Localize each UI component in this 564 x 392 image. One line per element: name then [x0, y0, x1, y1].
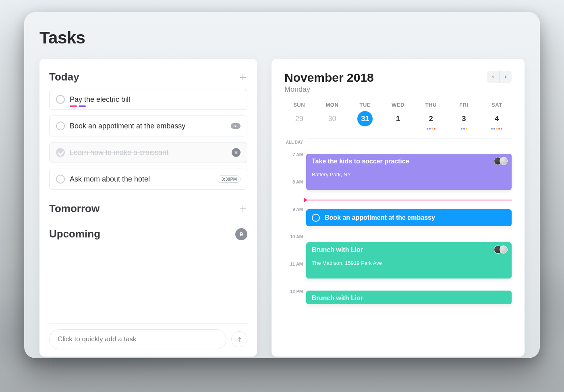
- calendar-event[interactable]: Brunch with Lior: [306, 291, 512, 304]
- event-title: Brunch with Lior: [312, 295, 506, 302]
- app-window: Tasks Today Pay the electric billBook an…: [24, 12, 540, 358]
- plus-icon[interactable]: [238, 204, 247, 213]
- task-item[interactable]: Learn how to make a croissant: [49, 142, 247, 163]
- timeline: ALL DAY 7 AM8 AM9 AM10 AM11 AM12 PM Take…: [284, 138, 512, 316]
- hour-label: 7 AM: [284, 152, 306, 179]
- day-cell[interactable]: 29: [284, 111, 314, 130]
- task-circle[interactable]: [56, 175, 65, 184]
- arrow-up-icon: [236, 336, 243, 343]
- task-tags: [70, 105, 86, 107]
- hours-column: ALL DAY 7 AM8 AM9 AM10 AM11 AM12 PM: [284, 138, 306, 316]
- day-header: FRI: [449, 102, 479, 108]
- check-icon[interactable]: [56, 148, 65, 157]
- next-week-button[interactable]: [500, 71, 512, 83]
- avatar: [500, 246, 508, 254]
- day-cell[interactable]: 31: [350, 111, 380, 130]
- section-upcoming: Upcoming 9: [49, 228, 247, 240]
- task-circle[interactable]: [56, 95, 65, 104]
- tasks-panel: Today Pay the electric billBook an appot…: [39, 59, 257, 357]
- day-number: 1: [390, 111, 406, 126]
- quick-add-input[interactable]: [49, 329, 226, 349]
- task-item[interactable]: Ask mom about the hotel3:30PM: [49, 169, 247, 190]
- hour-label: 9 AM: [284, 207, 306, 234]
- task-time-chip: 3:30PM: [218, 175, 241, 183]
- day-header: SUN: [284, 102, 314, 108]
- task-text: Book an appotiment at the embassy: [70, 122, 226, 130]
- task-item[interactable]: Pay the electric bill: [49, 89, 247, 110]
- section-today-title: Today: [49, 71, 79, 83]
- avatar: [500, 157, 508, 165]
- day-event-dots: [427, 128, 435, 130]
- day-number: 31: [357, 111, 373, 126]
- calendar-month-title: November 2018: [284, 71, 374, 85]
- event-location: The Madison, 15919 Park Ave: [312, 260, 506, 266]
- day-cell[interactable]: 30: [317, 111, 347, 130]
- hour-label: 12 PM: [284, 289, 306, 316]
- chevron-right-icon: [503, 74, 508, 79]
- day-header: THU: [416, 102, 446, 108]
- upcoming-count-badge: 9: [235, 228, 247, 240]
- columns: Today Pay the electric billBook an appot…: [39, 59, 525, 357]
- task-text: Learn how to make a croissant: [70, 149, 227, 157]
- calendar-nav: [487, 71, 512, 83]
- today-task-list: Pay the electric billBook an appotiment …: [49, 89, 247, 195]
- hour-label: 8 AM: [284, 179, 306, 207]
- day-number: 4: [489, 111, 504, 126]
- day-cell[interactable]: 4: [482, 111, 512, 130]
- event-circle-icon: [312, 214, 320, 222]
- calendar-panel: November 2018 Monday SUNMONTUEWEDTHUFRIS…: [272, 59, 525, 357]
- task-circle[interactable]: [56, 122, 65, 130]
- day-number: 3: [456, 111, 472, 126]
- calendar-event[interactable]: Book an appotiment at the embassy: [306, 209, 512, 226]
- event-avatars: [496, 246, 508, 254]
- all-day-label: ALL DAY: [284, 138, 306, 152]
- event-location: Battery Park, NY: [312, 171, 506, 177]
- event-title: Book an appotiment at the embassy: [325, 214, 435, 221]
- section-today: Today: [49, 71, 247, 83]
- day-header: MON: [317, 102, 347, 108]
- quick-add-submit[interactable]: [231, 331, 247, 347]
- section-upcoming-title: Upcoming: [49, 228, 100, 240]
- chevron-left-icon: [491, 74, 496, 79]
- day-number: 2: [423, 111, 439, 126]
- task-badge: ST: [231, 123, 241, 129]
- task-item[interactable]: Book an appotiment at the embassyST: [49, 116, 247, 136]
- day-cell[interactable]: 3: [449, 111, 479, 130]
- calendar-event[interactable]: Take the kids to soccer practiceBattery …: [306, 154, 512, 190]
- day-cell[interactable]: 1: [383, 111, 413, 130]
- day-header: TUE: [350, 102, 380, 108]
- calendar-event[interactable]: Brunch with LiorThe Madison, 15919 Park …: [306, 242, 512, 279]
- day-number-row: 2930311234: [284, 111, 512, 130]
- day-event-dots: [491, 128, 502, 130]
- calendar-header: November 2018 Monday: [284, 71, 512, 94]
- day-header: SAT: [482, 102, 512, 108]
- day-number: 29: [292, 111, 307, 126]
- event-title: Take the kids to soccer practice: [312, 158, 506, 165]
- hour-label: 11 AM: [284, 262, 306, 289]
- day-number: 30: [324, 111, 340, 126]
- calendar-weekday: Monday: [284, 85, 374, 94]
- day-event-dots: [461, 128, 467, 130]
- all-day-slot: [306, 138, 512, 152]
- plus-icon[interactable]: [238, 73, 247, 82]
- events-column: Take the kids to soccer practiceBattery …: [306, 138, 512, 316]
- close-icon[interactable]: [232, 148, 241, 157]
- task-text: Pay the electric bill: [70, 95, 241, 104]
- task-text: Ask mom about the hotel: [70, 175, 213, 184]
- quick-add-row: [49, 323, 247, 349]
- hour-label: 10 AM: [284, 234, 306, 262]
- event-avatars: [496, 157, 508, 165]
- event-title: Brunch with Lior: [312, 246, 506, 254]
- section-tomorrow-title: Tomorrow: [49, 202, 100, 215]
- section-tomorrow: Tomorrow: [49, 202, 247, 215]
- page-title: Tasks: [39, 28, 525, 47]
- day-header: WED: [383, 102, 413, 108]
- prev-week-button[interactable]: [487, 71, 499, 83]
- day-header-row: SUNMONTUEWEDTHUFRISAT: [284, 102, 512, 108]
- day-cell[interactable]: 2: [416, 111, 446, 130]
- current-time-indicator: [306, 200, 512, 200]
